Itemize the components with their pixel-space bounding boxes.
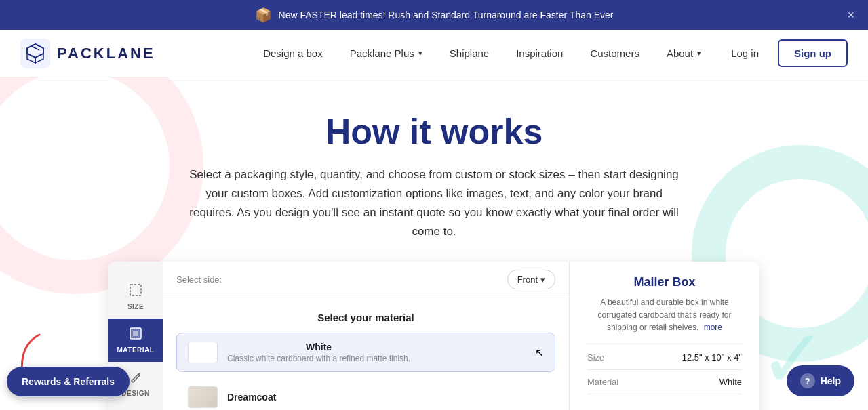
hero-description: Select a packaging style, quantity, and … <box>183 165 685 241</box>
card-right-panel: Mailer Box A beautiful and durable box i… <box>570 262 760 410</box>
card-center-header: Select side: Front ▾ <box>163 262 569 298</box>
front-chevron-icon: ▾ <box>540 274 545 285</box>
nav-packlane-plus[interactable]: Packlane Plus <box>339 42 433 64</box>
logo-link[interactable]: PACKLANE <box>20 39 155 68</box>
nav-inspiration[interactable]: Inspiration <box>505 42 574 64</box>
material-selection-area: Select your material White Classic white… <box>163 298 569 410</box>
nav-design-a-box[interactable]: Design a box <box>252 42 334 64</box>
sidebar-step-size[interactable]: SIZE <box>108 275 163 319</box>
navbar: PACKLANE Design a box Packlane Plus Ship… <box>0 30 868 77</box>
material-section-title: Select your material <box>176 312 555 323</box>
banner-close-button[interactable]: × <box>847 8 854 22</box>
banner-text: New FASTER lead times! Rush and Standard… <box>279 9 614 20</box>
material-step-label: MATERIAL <box>117 346 155 354</box>
white-swatch <box>188 342 218 363</box>
product-card: SIZE MATERIAL DESIGN <box>108 262 760 410</box>
help-button[interactable]: ? Help <box>787 365 854 396</box>
hero-section: ✓ How it works Select a packaging style,… <box>0 77 868 410</box>
front-label: Front <box>517 274 538 285</box>
spec-row-size: Size 12.5" x 10" x 4" <box>587 346 742 370</box>
white-material-name: White <box>227 342 410 352</box>
material-item-dreamcoat[interactable]: Dreamcoat <box>176 377 555 410</box>
product-specs-table: Size 12.5" x 10" x 4" Material White <box>586 344 743 396</box>
svg-rect-3 <box>133 331 138 336</box>
material-icon <box>129 327 142 344</box>
size-spec-label: Size <box>587 352 604 363</box>
product-title: Mailer Box <box>586 275 743 289</box>
dreamcoat-material-name: Dreamcoat <box>227 392 276 403</box>
help-icon: ? <box>800 373 815 388</box>
rewards-referrals-button[interactable]: Rewards & Referrals <box>7 367 130 396</box>
size-step-label: SIZE <box>127 303 144 310</box>
help-label: Help <box>821 375 841 386</box>
material-spec-label: Material <box>587 377 618 387</box>
card-center-panel: Select side: Front ▾ Select your materia… <box>163 262 570 410</box>
white-material-desc: Classic white cardboard with a refined m… <box>227 354 410 363</box>
nav-about[interactable]: About <box>656 42 712 64</box>
size-icon <box>129 283 142 300</box>
material-item-white[interactable]: White Classic white cardboard with a ref… <box>176 333 555 372</box>
size-spec-value: 12.5" x 10" x 4" <box>682 352 742 363</box>
banner-icon: 📦 <box>255 7 272 23</box>
white-material-info: White Classic white cardboard with a ref… <box>227 342 410 363</box>
dreamcoat-material-info: Dreamcoat <box>227 392 276 403</box>
announcement-banner: 📦 New FASTER lead times! Rush and Standa… <box>0 0 868 30</box>
logo-icon <box>20 39 50 68</box>
select-side-label: Select side: <box>176 274 222 285</box>
nav-customers[interactable]: Customers <box>579 42 650 64</box>
more-link[interactable]: more <box>704 323 722 332</box>
logo-text: PACKLANE <box>57 45 155 62</box>
front-selector-button[interactable]: Front ▾ <box>507 270 555 289</box>
material-spec-value: White <box>719 377 742 387</box>
login-button[interactable]: Log in <box>717 42 772 64</box>
product-description: A beautiful and durable box in white cor… <box>586 296 743 334</box>
cursor-icon: ↖ <box>535 346 544 359</box>
sidebar-step-material[interactable]: MATERIAL <box>108 319 163 362</box>
dreamcoat-swatch <box>188 386 218 408</box>
design-icon <box>129 370 142 387</box>
svg-rect-1 <box>130 285 141 295</box>
nav-shiplane[interactable]: Shiplane <box>439 42 500 64</box>
signup-button[interactable]: Sign up <box>778 39 848 67</box>
nav-links: Design a box Packlane Plus Shiplane Insp… <box>252 39 848 67</box>
hero-title: How it works <box>14 111 854 152</box>
spec-row-material: Material White <box>587 370 742 394</box>
